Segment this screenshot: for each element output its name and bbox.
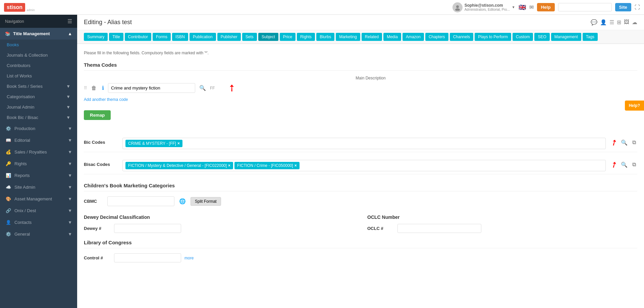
cbmc-input[interactable] xyxy=(107,196,174,206)
mail-icon[interactable]: ✉ xyxy=(529,4,534,10)
tab-rights[interactable]: Rights xyxy=(297,33,315,41)
sidebar-item-onix[interactable]: 🔗 Onix / Dest ▼ xyxy=(0,205,77,217)
list-icon[interactable]: ☰ xyxy=(609,19,614,25)
sidebar-item-books[interactable]: Books xyxy=(0,40,77,50)
sidebar-item-sales[interactable]: 💰 Sales / Royalties ▼ xyxy=(0,146,77,158)
bic-copy-btn[interactable]: ⧉ xyxy=(631,139,637,146)
bisac-tags-area[interactable]: FICTION / Mystery & Detective / General … xyxy=(122,160,606,171)
sidebar-item-production[interactable]: ⚙️ Production ▼ xyxy=(0,123,77,134)
thema-input[interactable] xyxy=(108,83,195,93)
site-admin-icon: ☁️ xyxy=(5,185,12,190)
sidebar-item-book-bic[interactable]: Book Bic / Bisac ▼ xyxy=(0,112,77,123)
sidebar-item-journal-admin[interactable]: Journal Admin ▼ xyxy=(0,102,77,112)
delete-thema-btn[interactable]: 🗑 xyxy=(90,84,98,92)
tab-tags[interactable]: Tags xyxy=(583,33,598,41)
oclc-input[interactable] xyxy=(397,224,481,233)
sidebar-item-list-of-works[interactable]: List of Works xyxy=(0,71,77,81)
tab-amazon[interactable]: Amazon xyxy=(402,33,424,41)
sidebar-item-editorial[interactable]: 📖 Editorial ▼ xyxy=(0,134,77,146)
nav-label: Navigation xyxy=(5,19,24,24)
sidebar-item-categorisation[interactable]: Categorisation ▼ xyxy=(0,91,77,102)
oclc-col: OCLC Number OCLC # xyxy=(367,214,637,233)
tab-title[interactable]: Title xyxy=(109,33,123,41)
sidebar-item-rights[interactable]: 🔑 Rights ▼ xyxy=(0,158,77,170)
expand-icon[interactable]: ⛶ xyxy=(635,4,640,10)
sidebar-item-contacts[interactable]: 👤 Contacts ▼ xyxy=(0,217,77,228)
oclc-label: OCLC # xyxy=(367,226,394,231)
contacts-icon: 👤 xyxy=(5,220,12,225)
bic-tags-area[interactable]: CRIME & MYSTERY - [FF] × xyxy=(122,138,606,149)
sidebar-item-title-management[interactable]: 📚 Title Management ▲ xyxy=(0,28,77,40)
control-label: Control # xyxy=(84,255,111,260)
hamburger-icon[interactable]: ☰ xyxy=(67,18,72,24)
grid-icon[interactable]: ⊞ xyxy=(617,19,621,25)
tab-forms[interactable]: Forms xyxy=(153,33,171,41)
search-thema-btn[interactable]: 🔍 xyxy=(198,84,207,92)
add-thema-link[interactable]: Add another thema code xyxy=(84,97,128,102)
oclc-field: OCLC # xyxy=(367,224,637,233)
help-button[interactable]: Help xyxy=(537,3,555,11)
cbmc-globe-btn[interactable]: 🌐 xyxy=(178,197,187,205)
flag-icon[interactable]: 🇬🇧 xyxy=(519,4,526,11)
annotation-arrow-1: ➚ xyxy=(225,81,238,95)
sidebar-item-journals[interactable]: Journals & Collection xyxy=(0,50,77,60)
sidebar-item-reports[interactable]: 📊 Reports ▼ xyxy=(0,170,77,181)
tab-chapters[interactable]: Chapters xyxy=(425,33,448,41)
search-input[interactable] xyxy=(558,3,612,11)
bisac-tag-remove-0[interactable]: × xyxy=(228,163,230,168)
tab-seo[interactable]: SEO xyxy=(534,33,549,41)
bisac-row: Bisac Codes FICTION / Mystery & Detectiv… xyxy=(84,157,637,174)
help-floating-button[interactable]: Help? xyxy=(625,101,644,111)
tab-management[interactable]: Management xyxy=(551,33,581,41)
tab-blurbs[interactable]: Blurbs xyxy=(316,33,334,41)
bic-search-btn[interactable]: 🔍 xyxy=(620,139,629,146)
sidebar-item-contributors[interactable]: Contributors xyxy=(0,60,77,71)
site-button[interactable]: Site xyxy=(615,3,631,11)
sidebar-item-asset-management[interactable]: 🎨 Asset Management ▼ xyxy=(0,193,77,205)
bisac-tag-0-label: FICTION / Mystery & Detective / General … xyxy=(128,163,227,168)
chevron-down-icon: ▼ xyxy=(66,84,70,89)
tab-media[interactable]: Media xyxy=(383,33,401,41)
chevron-down-icon[interactable]: ▼ xyxy=(512,5,515,9)
tab-related[interactable]: Related xyxy=(362,33,382,41)
tab-publication[interactable]: Publication xyxy=(190,33,216,41)
more-link[interactable]: more xyxy=(184,256,194,260)
bisac-copy-btn[interactable]: ⧉ xyxy=(631,161,637,168)
oclc-section-title: OCLC Number xyxy=(367,214,637,220)
tab-marketing[interactable]: Marketing xyxy=(336,33,360,41)
drag-handle-icon[interactable]: ⠿ xyxy=(84,85,87,90)
tab-channels[interactable]: Channels xyxy=(450,33,474,41)
tab-price[interactable]: Price xyxy=(280,33,296,41)
bisac-search-btn[interactable]: 🔍 xyxy=(620,161,629,169)
dewey-input[interactable] xyxy=(114,224,181,233)
info-thema-btn[interactable]: ℹ xyxy=(101,84,105,92)
loc-section-title: Library of Congress xyxy=(84,240,637,248)
remap-button[interactable]: Remap xyxy=(84,110,111,120)
image-icon[interactable]: 🖼 xyxy=(624,19,629,25)
tab-summary[interactable]: Summary xyxy=(84,33,108,41)
sidebar-item-general[interactable]: ⚙️ General ▼ xyxy=(0,228,77,240)
sidebar-title-label: Title Management xyxy=(13,31,50,36)
bisac-tag-remove-1[interactable]: × xyxy=(294,163,297,168)
sidebar-item-book-sets[interactable]: Book Sets / Series ▼ xyxy=(0,81,77,91)
sidebar-item-site-admin[interactable]: ☁️ Site Admin ▼ xyxy=(0,181,77,193)
reports-icon: 📊 xyxy=(5,173,12,178)
cloud-icon[interactable]: ☁ xyxy=(632,19,637,25)
tab-plays-to-perform[interactable]: Plays to Perform xyxy=(475,33,511,41)
chevron-right-icon: ▼ xyxy=(68,161,72,166)
person-icon[interactable]: 👤 xyxy=(600,19,607,25)
tab-custom[interactable]: Custom xyxy=(513,33,533,41)
control-input[interactable] xyxy=(114,253,181,262)
chevron-right-icon: ▼ xyxy=(68,208,72,213)
main-area: Navigation ☰ 📚 Title Management ▲ Books … xyxy=(0,15,644,308)
tab-isbn[interactable]: ISBN xyxy=(172,33,188,41)
tab-publisher[interactable]: Publisher xyxy=(217,33,241,41)
comment-icon[interactable]: 💬 xyxy=(591,19,597,25)
app-wrapper: stison admin Sophie@stison.com Administr… xyxy=(0,0,644,308)
tab-contributor[interactable]: Contributor xyxy=(125,33,151,41)
bic-tag-label: CRIME & MYSTERY - [FF] xyxy=(128,141,176,146)
tab-subject[interactable]: Subject xyxy=(258,33,278,41)
split-format-button[interactable]: Split Format xyxy=(191,197,221,206)
bic-tag-remove-0[interactable]: × xyxy=(177,141,180,146)
tab-sets[interactable]: Sets xyxy=(242,33,257,41)
